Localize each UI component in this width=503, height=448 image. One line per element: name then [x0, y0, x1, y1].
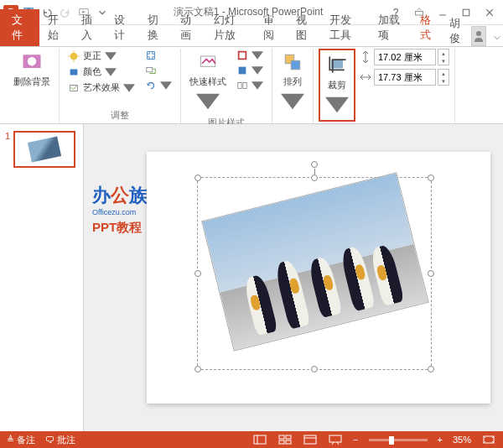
tab-developer[interactable]: 开发工具	[321, 9, 371, 46]
picture-selection-box[interactable]	[197, 177, 432, 370]
statusbar: ≜ 备注 🗨 批注 − + 35%	[0, 431, 503, 448]
svg-rect-5	[463, 9, 469, 16]
notes-button[interactable]: ≜ 备注	[7, 434, 35, 446]
tab-review[interactable]: 审阅	[255, 9, 288, 46]
resize-handle-bl[interactable]	[194, 366, 201, 372]
adjust-group-label: 调整	[111, 107, 129, 123]
tab-slideshow[interactable]: 幻灯片放	[205, 9, 255, 46]
svg-rect-14	[70, 69, 78, 75]
tab-file[interactable]: 文件	[0, 9, 39, 46]
crop-button[interactable]: 裁剪	[322, 52, 352, 118]
sorter-view-icon[interactable]	[277, 434, 293, 445]
tab-animations[interactable]: 动画	[172, 9, 205, 46]
width-input[interactable]: 17.73 厘米	[374, 69, 436, 86]
tab-format[interactable]: 格式	[412, 9, 444, 46]
svg-point-9	[70, 52, 78, 60]
resize-handle-br[interactable]	[428, 366, 434, 372]
tab-insert[interactable]: 插入	[73, 9, 106, 46]
rotation-handle[interactable]	[311, 161, 318, 168]
fit-to-window-icon[interactable]	[481, 434, 496, 445]
svg-rect-16	[148, 52, 155, 60]
svg-point-6	[476, 31, 481, 36]
normal-view-icon[interactable]	[252, 434, 267, 445]
svg-rect-31	[286, 440, 291, 444]
corrections-button[interactable]: 更正	[65, 49, 138, 63]
selected-picture[interactable]	[201, 172, 429, 351]
watermark: 办公族 Officezu.com PPT教程	[92, 183, 148, 236]
compress-pictures-button[interactable]	[142, 49, 175, 62]
ribbon-group-picture-styles: 快速样式 图片样式	[181, 49, 272, 123]
svg-rect-28	[279, 435, 284, 439]
svg-point-8	[28, 57, 37, 66]
picture-effects-button[interactable]	[233, 64, 267, 77]
change-picture-button[interactable]	[142, 64, 175, 77]
ribbon-tabs: 文件 开始 插入 设计 切换 动画 幻灯片放 审阅 视图 开发工具 加载项 格式…	[0, 25, 503, 47]
user-dropdown-icon[interactable]	[491, 29, 503, 46]
slideshow-view-icon[interactable]	[328, 434, 343, 445]
user-avatar[interactable]	[471, 26, 486, 46]
user-name[interactable]: 胡俊	[444, 16, 470, 46]
svg-rect-24	[291, 60, 300, 70]
resize-handle-tl[interactable]	[194, 175, 201, 181]
resize-handle-r[interactable]	[428, 270, 434, 277]
ribbon-group-remove-bg: 删除背景	[5, 49, 60, 123]
color-button[interactable]: 颜色	[65, 65, 138, 79]
comments-button[interactable]: 🗨 批注	[45, 434, 75, 446]
svg-rect-30	[279, 440, 284, 444]
resize-handle-l[interactable]	[194, 270, 201, 277]
ribbon: 删除背景 更正 颜色 艺术效果 调整 快速样式	[0, 47, 503, 124]
slide[interactable]	[147, 152, 490, 404]
slide-thumbnail-1[interactable]	[13, 131, 75, 168]
svg-rect-29	[286, 435, 291, 439]
tab-design[interactable]: 设计	[106, 9, 138, 46]
slide-thumbnails-panel[interactable]: 1	[0, 124, 84, 431]
quick-styles-label: 快速样式	[189, 76, 226, 88]
picture-layout-button[interactable]	[233, 79, 267, 92]
workspace: 1 办公族 Officezu.com PPT教程	[0, 124, 503, 431]
zoom-out-button[interactable]: −	[353, 435, 358, 445]
arrange-button[interactable]: 排列	[277, 49, 308, 115]
remove-background-button[interactable]: 删除背景	[10, 49, 54, 90]
resize-handle-t[interactable]	[311, 175, 318, 181]
remove-bg-label: 删除背景	[13, 76, 50, 88]
height-spinner[interactable]: ▲▼	[438, 49, 449, 65]
close-icon[interactable]	[480, 4, 500, 21]
svg-rect-22	[243, 83, 246, 89]
tab-home[interactable]: 开始	[39, 9, 72, 46]
svg-rect-17	[147, 68, 153, 72]
svg-rect-26	[254, 435, 266, 444]
ribbon-group-size: 裁剪 17.02 厘米 ▲▼ 17.73 厘米 ▲▼ 大小	[314, 49, 455, 123]
zoom-level[interactable]: 35%	[453, 435, 471, 445]
thumbnail-number: 1	[5, 131, 10, 168]
resize-handle-b[interactable]	[311, 366, 318, 372]
zoom-slider[interactable]	[369, 439, 428, 441]
width-spinner[interactable]: ▲▼	[438, 69, 449, 86]
height-input[interactable]: 17.02 厘米	[374, 49, 436, 65]
crop-label: 裁剪	[328, 79, 346, 91]
ribbon-group-adjust: 更正 颜色 艺术效果 调整	[60, 49, 181, 123]
reading-view-icon[interactable]	[303, 434, 318, 445]
tab-view[interactable]: 视图	[288, 9, 320, 46]
width-icon	[359, 70, 372, 85]
svg-rect-32	[304, 435, 316, 444]
artistic-effects-button[interactable]: 艺术效果	[65, 81, 138, 95]
arrange-label: 排列	[283, 76, 302, 88]
quick-styles-button[interactable]: 快速样式	[186, 49, 230, 115]
ribbon-group-arrange: 排列	[272, 49, 314, 123]
resize-handle-tr[interactable]	[428, 175, 434, 181]
height-icon	[359, 49, 372, 65]
zoom-in-button[interactable]: +	[438, 435, 443, 445]
svg-rect-19	[239, 52, 246, 60]
svg-rect-20	[239, 67, 246, 75]
picture-border-button[interactable]	[233, 49, 267, 62]
tab-transitions[interactable]: 切换	[139, 9, 172, 46]
svg-rect-21	[238, 83, 241, 89]
svg-rect-34	[329, 435, 341, 442]
tab-addins[interactable]: 加载项	[370, 9, 411, 46]
slide-canvas-area[interactable]: 办公族 Officezu.com PPT教程	[84, 124, 503, 431]
reset-picture-button[interactable]	[142, 79, 175, 92]
